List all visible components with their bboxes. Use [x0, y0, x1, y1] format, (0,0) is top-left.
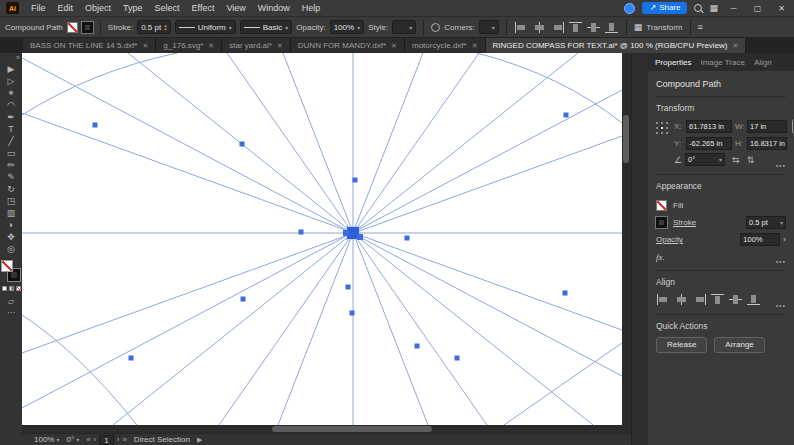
align-vcenter-icon[interactable] — [586, 21, 601, 34]
document-tab[interactable]: BASS ON THE LINE 14 5.dxf* ✕ — [23, 38, 156, 53]
draw-mode-icon[interactable]: ▱ — [7, 296, 15, 307]
share-button[interactable]: ↗ Share — [642, 2, 687, 14]
align-left-icon[interactable] — [656, 293, 671, 306]
gradient-tool[interactable]: ▥ — [1, 207, 21, 219]
x-field[interactable]: 61.7813 in — [686, 120, 732, 133]
tab-close-icon[interactable]: ✕ — [391, 42, 397, 50]
edit-toolbar-icon[interactable]: ⋯ — [7, 307, 15, 318]
menu-item[interactable]: View — [220, 3, 251, 13]
corners-dropdown[interactable]: ▾ — [479, 20, 499, 34]
search-icon[interactable] — [694, 4, 702, 12]
close-window-button[interactable]: ✕ — [773, 4, 790, 13]
horizontal-scrollbar[interactable] — [22, 425, 631, 433]
pencil-tool[interactable]: ✎ — [1, 171, 21, 183]
menu-item[interactable]: File — [25, 3, 52, 13]
align-right-icon[interactable] — [692, 293, 707, 306]
rotation-field[interactable]: 0° ▾ — [685, 153, 725, 166]
magic-wand-tool[interactable]: ✶ — [1, 87, 21, 99]
release-button[interactable]: Release — [656, 337, 707, 353]
menu-item[interactable]: Effect — [186, 3, 221, 13]
horizontal-scrollbar-thumb[interactable] — [272, 426, 432, 432]
opacity-field[interactable]: 100% ▾ — [330, 20, 364, 34]
direct-selection-tool[interactable]: ▷ — [1, 75, 21, 87]
tab-close-icon[interactable]: ✕ — [472, 42, 478, 50]
tab-close-icon[interactable]: ✕ — [733, 42, 739, 50]
align-hcenter-icon[interactable] — [674, 293, 689, 306]
appearance-stroke-swatch[interactable] — [656, 217, 667, 228]
document-tab[interactable]: star yard.ai* ✕ — [222, 38, 291, 53]
fx-button[interactable]: fx. — [656, 252, 786, 262]
stroke-weight-stepper[interactable]: ▴▾ — [164, 23, 167, 31]
previous-artboard-icon[interactable]: ‹ — [94, 435, 97, 444]
last-artboard-icon[interactable]: » — [122, 435, 126, 444]
document-tab[interactable]: DUNN FOR MANDY.dxf* ✕ — [291, 38, 405, 53]
arrange-button[interactable]: Arrange — [714, 337, 764, 353]
menu-item[interactable]: Type — [117, 3, 149, 13]
align-top-icon[interactable] — [568, 21, 583, 34]
appearance-opacity-field[interactable]: 100% — [740, 233, 780, 246]
zoom-tool[interactable]: ◎ — [1, 243, 21, 255]
lasso-tool[interactable]: ◠ — [1, 99, 21, 111]
vertical-scrollbar[interactable] — [622, 53, 631, 425]
width-profile-dropdown[interactable]: Uniform ▾ — [175, 20, 236, 34]
fill-color-well[interactable] — [1, 260, 13, 272]
flip-horizontal-icon[interactable]: ⇆ — [732, 155, 740, 165]
scale-tool[interactable]: ◳ — [1, 195, 21, 207]
fill-swatch[interactable] — [67, 22, 78, 33]
status-play-icon[interactable]: ▶ — [197, 436, 202, 444]
expand-tools-icon[interactable]: » — [16, 54, 20, 63]
align-top-icon[interactable] — [710, 293, 725, 306]
menu-item[interactable]: Edit — [52, 3, 80, 13]
style-dropdown[interactable]: ▾ — [392, 20, 416, 34]
fill-stroke-control[interactable] — [1, 260, 21, 282]
tab-align[interactable]: Align — [754, 58, 772, 67]
line-segment-tool[interactable]: ╱ — [1, 135, 21, 147]
brush-dropdown[interactable]: Basic ▾ — [240, 20, 293, 34]
align-right-icon[interactable] — [550, 21, 565, 34]
account-avatar[interactable] — [624, 3, 635, 14]
appearance-more-options[interactable]: ••• — [776, 258, 786, 265]
none-button[interactable] — [16, 286, 21, 291]
transform-more-options[interactable]: ••• — [776, 162, 786, 169]
type-tool[interactable]: T — [1, 123, 21, 135]
reference-point-locator[interactable] — [656, 122, 669, 135]
color-button[interactable] — [2, 286, 7, 291]
tab-close-icon[interactable]: ✕ — [208, 42, 214, 50]
vertical-scrollbar-thumb[interactable] — [623, 115, 629, 163]
menu-item[interactable]: Help — [296, 3, 327, 13]
eyedropper-tool[interactable]: ◗ — [1, 219, 21, 231]
tab-properties[interactable]: Properties — [655, 58, 691, 67]
tab-image-trace[interactable]: Image Trace — [700, 58, 744, 67]
hand-tool[interactable]: ✥ — [1, 231, 21, 243]
document-tab[interactable]: motorcycle.dxf* ✕ — [405, 38, 486, 53]
first-artboard-icon[interactable]: « — [86, 435, 90, 444]
stroke-link[interactable]: Stroke — [673, 218, 696, 227]
zoom-level-dropdown[interactable]: 100% ▾ — [34, 435, 59, 444]
artboard-canvas[interactable] — [22, 53, 622, 425]
shape-properties-icon[interactable] — [431, 23, 440, 32]
appearance-fill-swatch[interactable] — [656, 200, 667, 211]
align-vcenter-icon[interactable] — [728, 293, 743, 306]
stroke-swatch[interactable] — [82, 22, 93, 33]
align-bottom-icon[interactable] — [746, 293, 761, 306]
document-tab[interactable]: RINGED COMPASS FOR TEXT.ai* @ 100 % (RGB… — [486, 38, 747, 53]
align-left-icon[interactable] — [514, 21, 529, 34]
pen-tool[interactable]: ✒ — [1, 111, 21, 123]
appearance-stroke-field[interactable]: 0.5 pt ▾ — [746, 216, 786, 229]
stroke-weight-field[interactable]: 0.5 pt ▴▾ — [137, 20, 171, 34]
tab-close-icon[interactable]: ✕ — [142, 42, 148, 50]
menu-item[interactable]: Object — [79, 3, 117, 13]
opacity-link[interactable]: Opacity — [656, 235, 683, 244]
align-hcenter-icon[interactable] — [532, 21, 547, 34]
align-bottom-icon[interactable] — [604, 21, 619, 34]
workspace-switcher-icon[interactable]: ▦ — [709, 3, 718, 13]
rotate-tool[interactable]: ↻ — [1, 183, 21, 195]
document-tab[interactable]: g_176.svg* ✕ — [156, 38, 222, 53]
flip-vertical-icon[interactable]: ⇅ — [747, 155, 755, 165]
artboard-number-field[interactable]: 1 — [99, 435, 113, 445]
rectangle-tool[interactable]: ▭ — [1, 147, 21, 159]
gradient-button[interactable] — [9, 286, 14, 291]
opacity-options-icon[interactable]: › — [783, 235, 786, 244]
menu-item[interactable]: Window — [252, 3, 296, 13]
selection-tool[interactable]: ▶ — [1, 63, 21, 75]
